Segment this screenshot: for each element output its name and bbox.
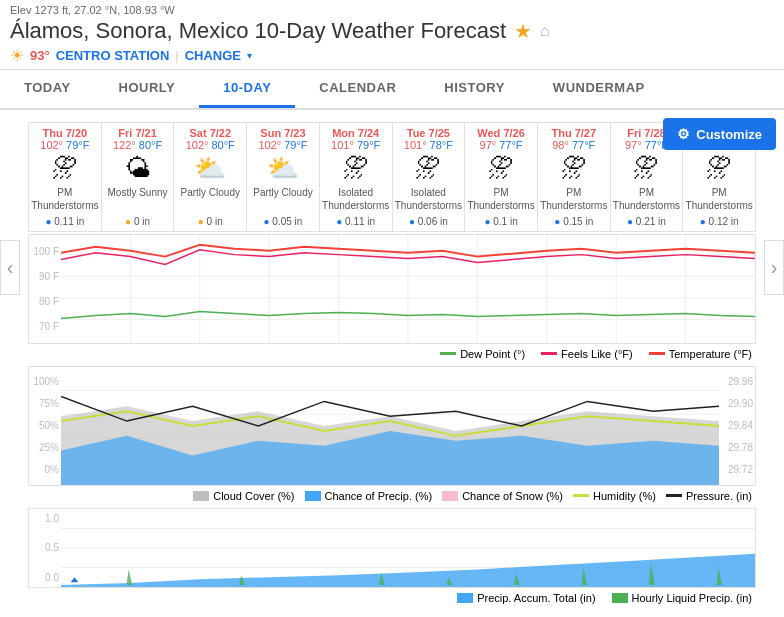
- pressure-label: Pressure. (in): [686, 490, 752, 502]
- precip-y-axis-right: 29.96 29.90 29.84 29.78 29.72: [719, 367, 755, 485]
- gear-icon: ⚙: [677, 126, 690, 142]
- temp-label-100: 100 F: [31, 246, 59, 257]
- legend-pressure: Pressure. (in): [666, 490, 752, 502]
- day-icon: ⛈: [395, 154, 463, 183]
- customize-label: Customize: [696, 127, 762, 142]
- chance-precip-color: [305, 491, 321, 501]
- day-desc: Isolated Thunderstorms: [322, 186, 390, 214]
- humidity-color: [573, 494, 589, 497]
- legend-chance-precip: Chance of Precip. (%): [305, 490, 433, 502]
- accum-chart-section: 1.0 0.5 0.0: [8, 508, 776, 608]
- content-area: ⚙ Customize ‹ › Thu 7/20 102° 79°F ⛈ PM …: [0, 110, 784, 616]
- forecast-day-5[interactable]: Tue 7/25 101° 78°F ⛈ Isolated Thundersto…: [393, 123, 466, 231]
- favorite-star-icon[interactable]: ★: [514, 19, 532, 43]
- legend-chance-snow: Chance of Snow (%): [442, 490, 563, 502]
- current-temp: 93°: [30, 48, 50, 63]
- day-temps: 102° 79°F: [249, 139, 317, 151]
- sun-icon: ☀: [10, 46, 24, 65]
- day-desc: PM Thunderstorms: [467, 186, 535, 214]
- tab-10day[interactable]: 10-DAY: [199, 70, 295, 108]
- chance-snow-label: Chance of Snow (%): [462, 490, 563, 502]
- top-bar: Elev 1273 ft, 27.02 °N, 108.93 °W Álamos…: [0, 0, 784, 70]
- customize-button[interactable]: ⚙ Customize: [663, 118, 776, 150]
- elevation-text: Elev 1273 ft, 27.02 °N, 108.93 °W: [10, 4, 774, 16]
- day-desc: PM Thunderstorms: [31, 186, 99, 214]
- day-icon: ⛈: [540, 154, 608, 183]
- hourly-precip-color: [612, 593, 628, 603]
- change-station-button[interactable]: CHANGE: [185, 48, 241, 63]
- day-precip: ● 0.1 in: [467, 216, 535, 227]
- accum-y-axis: 1.0 0.5 0.0: [29, 509, 61, 587]
- day-desc: PM Thunderstorms: [685, 186, 753, 214]
- day-temps: 98° 77°F: [540, 139, 608, 151]
- prev-arrow[interactable]: ‹: [0, 240, 20, 295]
- legend-cloud-cover: Cloud Cover (%): [193, 490, 294, 502]
- legend-precip-accum: Precip. Accum. Total (in): [457, 592, 595, 604]
- day-precip: ● 0.11 in: [322, 216, 390, 227]
- day-header: Tue 7/25: [395, 127, 463, 139]
- feels-like-color: [541, 352, 557, 355]
- svg-marker-31: [71, 577, 79, 582]
- day-header: Sat 7/22: [176, 127, 244, 139]
- day-header: Mon 7/24: [322, 127, 390, 139]
- forecast-day-6[interactable]: Wed 7/26 97° 77°F ⛈ PM Thunderstorms ● 0…: [465, 123, 538, 231]
- feels-like-label: Feels Like (°F): [561, 348, 633, 360]
- forecast-day-4[interactable]: Mon 7/24 101° 79°F ⛈ Isolated Thundersto…: [320, 123, 393, 231]
- day-icon: ⛈: [467, 154, 535, 183]
- temperature-label: Temperature (°F): [669, 348, 752, 360]
- tab-hourly[interactable]: HOURLY: [95, 70, 200, 108]
- tab-history[interactable]: HISTORY: [420, 70, 529, 108]
- forecast-day-0[interactable]: Thu 7/20 102° 79°F ⛈ PM Thunderstorms ● …: [29, 123, 102, 231]
- page-title: Álamos, Sonora, Mexico 10-Day Weather Fo…: [10, 18, 506, 44]
- forecast-day-2[interactable]: Sat 7/22 102° 80°F ⛅ Partly Cloudy ● 0 i…: [174, 123, 247, 231]
- tab-calendar[interactable]: CALENDAR: [295, 70, 420, 108]
- pressure-color: [666, 494, 682, 497]
- day-header: Thu 7/20: [31, 127, 99, 139]
- next-arrow[interactable]: ›: [764, 240, 784, 295]
- forecast-day-3[interactable]: Sun 7/23 102° 79°F ⛅ Partly Cloudy ● 0.0…: [247, 123, 320, 231]
- legend-humidity: Humidity (%): [573, 490, 656, 502]
- day-header: Sun 7/23: [249, 127, 317, 139]
- temp-label-70: 70 F: [31, 321, 59, 332]
- home-icon[interactable]: ⌂: [540, 22, 550, 40]
- hourly-precip-label: Hourly Liquid Precip. (in): [632, 592, 752, 604]
- day-icon: ⛅: [249, 154, 317, 183]
- precip-chart-legend: Cloud Cover (%) Chance of Precip. (%) Ch…: [8, 486, 776, 506]
- temp-label-80: 80 F: [31, 296, 59, 307]
- day-temps: 101° 78°F: [395, 139, 463, 151]
- dew-point-color: [440, 352, 456, 355]
- day-precip: ● 0.05 in: [249, 216, 317, 227]
- legend-feels-like: Feels Like (°F): [541, 348, 633, 360]
- chance-precip-label: Chance of Precip. (%): [325, 490, 433, 502]
- nav-tabs: TODAY HOURLY 10-DAY CALENDAR HISTORY WUN…: [0, 70, 784, 110]
- legend-hourly-precip: Hourly Liquid Precip. (in): [612, 592, 752, 604]
- temp-chart-area: [61, 235, 755, 343]
- precip-chart-section: 100% 75% 50% 25% 0% 29.96 29.90 29.84 29…: [8, 366, 776, 506]
- cloud-cover-color: [193, 491, 209, 501]
- svg-marker-23: [127, 569, 133, 585]
- day-precip: ● 0.15 in: [540, 216, 608, 227]
- day-icon: ⛈: [685, 154, 753, 183]
- chance-snow-color: [442, 491, 458, 501]
- forecast-day-1[interactable]: Fri 7/21 122° 80°F 🌤 Mostly Sunny ● 0 in: [102, 123, 175, 231]
- precip-y-axis-left: 100% 75% 50% 25% 0%: [29, 367, 61, 485]
- forecast-scroll: Thu 7/20 102° 79°F ⛈ PM Thunderstorms ● …: [28, 122, 756, 232]
- precip-accum-label: Precip. Accum. Total (in): [477, 592, 595, 604]
- tab-today[interactable]: TODAY: [0, 70, 95, 108]
- day-icon: ⛅: [176, 154, 244, 183]
- day-header: Fri 7/21: [104, 127, 172, 139]
- temperature-color: [649, 352, 665, 355]
- forecast-day-7[interactable]: Thu 7/27 98° 77°F ⛈ PM Thunderstorms ● 0…: [538, 123, 611, 231]
- day-desc: Mostly Sunny: [104, 186, 172, 214]
- day-desc: Isolated Thunderstorms: [395, 186, 463, 214]
- day-temps: 102° 80°F: [176, 139, 244, 151]
- precip-accum-color: [457, 593, 473, 603]
- tab-wundermap[interactable]: WUNDERMAP: [529, 70, 669, 108]
- station-name[interactable]: CENTRO STATION: [56, 48, 170, 63]
- legend-temperature: Temperature (°F): [649, 348, 752, 360]
- day-icon: 🌤: [104, 154, 172, 183]
- temp-y-axis: 100 F 90 F 80 F 70 F: [29, 235, 61, 343]
- day-temps: 101° 79°F: [322, 139, 390, 151]
- day-desc: Partly Cloudy: [249, 186, 317, 214]
- day-precip: ● 0 in: [176, 216, 244, 227]
